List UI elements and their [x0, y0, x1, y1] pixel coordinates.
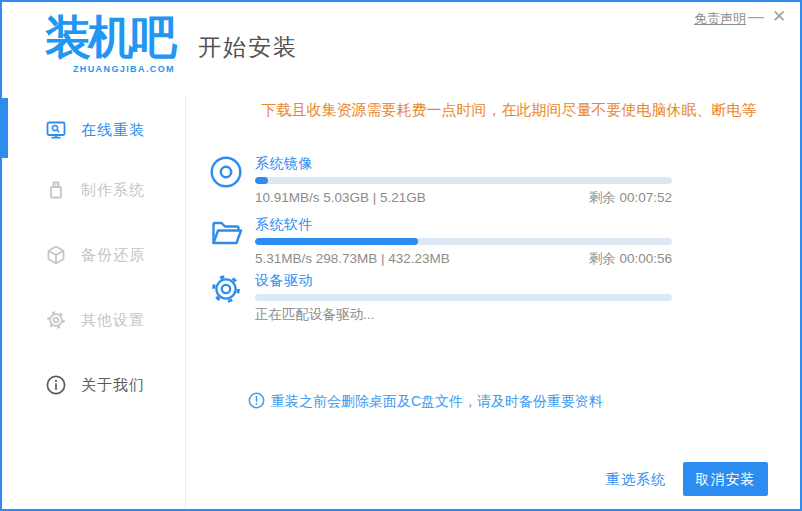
page-title: 开始安装 — [198, 32, 298, 63]
progress-fill — [255, 238, 418, 245]
app-logo: 装机吧 ZHUANGJIBA.COM — [45, 12, 175, 74]
progress-fill — [255, 177, 268, 184]
task-stats: 正在匹配设备驱动... — [255, 307, 374, 322]
close-button[interactable]: ✕ — [772, 6, 786, 28]
task-name: 系统软件 — [255, 215, 672, 233]
sidebar-item-online-reinstall[interactable]: 在线重装 — [2, 113, 185, 149]
app-window: 装机吧 ZHUANGJIBA.COM 开始安装 免责声明 — ✕ 在线重装 制作… — [0, 0, 802, 511]
task-name: 系统镜像 — [255, 154, 672, 172]
usb-drive-icon — [45, 179, 67, 201]
sidebar-item-label: 在线重装 — [81, 121, 145, 140]
minimize-button[interactable]: — — [748, 6, 764, 28]
sidebar-item-backup-restore[interactable]: 备份还原 — [2, 238, 185, 274]
progress-bar — [255, 238, 672, 245]
task-stats: 5.31MB/s 298.73MB | 432.23MB — [255, 251, 450, 266]
logo-title: 装机吧 — [45, 12, 175, 63]
backup-note-text: 重装之前会删除桌面及C盘文件，请及时备份重要资料 — [271, 393, 603, 409]
cancel-install-button[interactable]: 取消安装 — [683, 462, 768, 496]
sidebar-item-about-us[interactable]: 关于我们 — [2, 368, 185, 404]
sidebar-item-label: 其他设置 — [81, 311, 145, 330]
alert-circle-icon — [248, 392, 265, 409]
task-remaining: 剩余 00:07:52 — [589, 189, 672, 207]
progress-bar — [255, 177, 672, 184]
folder-icon — [208, 215, 244, 251]
sidebar-item-label: 备份还原 — [81, 246, 145, 265]
task-stats: 10.91MB/s 5.03GB | 5.21GB — [255, 190, 426, 205]
monitor-search-icon — [45, 119, 67, 141]
disc-icon — [208, 154, 244, 190]
task-name: 设备驱动 — [255, 271, 672, 289]
backup-box-icon — [45, 244, 67, 266]
task-row-system-software: 系统软件 5.31MB/s 298.73MB | 432.23MB 剩余 00:… — [208, 215, 774, 271]
backup-note: 重装之前会删除桌面及C盘文件，请及时备份重要资料 — [248, 392, 603, 411]
progress-bar — [255, 294, 672, 301]
sidebar-item-label: 关于我们 — [81, 376, 145, 395]
sidebar-item-label: 制作系统 — [81, 181, 145, 200]
task-remaining: 剩余 00:00:56 — [589, 250, 672, 268]
main-panel: 下载且收集资源需要耗费一点时间，在此期间尽量不要使电脑休眠、断电等 系统镜像 1… — [186, 95, 800, 509]
task-row-device-driver: 设备驱动 正在匹配设备驱动... — [208, 271, 774, 327]
sidebar-item-other-settings[interactable]: 其他设置 — [2, 303, 185, 339]
logo-subtitle: ZHUANGJIBA.COM — [45, 64, 175, 74]
info-icon — [45, 374, 67, 396]
gear-icon — [45, 309, 67, 331]
download-warning-text: 下载且收集资源需要耗费一点时间，在此期间尽量不要使电脑休眠、断电等 — [220, 101, 798, 120]
disclaimer-link[interactable]: 免责声明 — [694, 10, 746, 28]
gear-icon — [208, 271, 244, 307]
task-row-system-image: 系统镜像 10.91MB/s 5.03GB | 5.21GB 剩余 00:07:… — [208, 154, 774, 210]
reselect-system-button[interactable]: 重选系统 — [606, 462, 666, 496]
sidebar-item-make-system[interactable]: 制作系统 — [2, 173, 185, 209]
